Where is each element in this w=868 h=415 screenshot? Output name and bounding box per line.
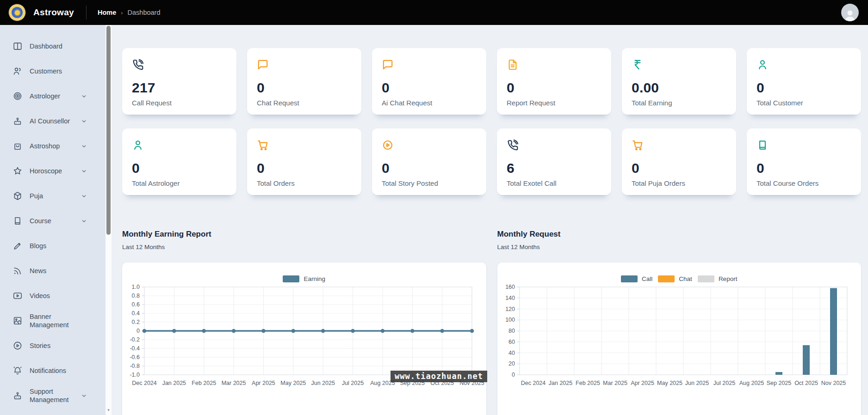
svg-text:Jul 2025: Jul 2025: [342, 380, 364, 386]
bell-icon: [12, 366, 23, 376]
legend-label: Call: [642, 275, 652, 282]
sidebar-item-astroshop[interactable]: Astroshop: [0, 134, 105, 159]
stat-value: 0: [632, 160, 736, 176]
svg-text:Jun 2025: Jun 2025: [685, 380, 708, 386]
legend-item-chat[interactable]: Chat: [658, 275, 692, 282]
stat-label: Total Customer: [756, 99, 861, 107]
rupee-icon: [632, 59, 644, 71]
breadcrumb-home-link[interactable]: Home: [98, 9, 116, 16]
stat-value: 0: [756, 160, 861, 176]
bar-chart-plot: 160140120100806040200Dec 2024Jan 2025Feb…: [497, 284, 861, 395]
sidebar-item-support-management[interactable]: Support Management: [0, 383, 105, 408]
svg-text:Jun 2025: Jun 2025: [311, 380, 335, 386]
sidebar-item-label: Notifications: [30, 366, 84, 375]
image-icon: [12, 316, 23, 326]
sidebar-item-puja[interactable]: Puja: [0, 183, 105, 208]
sidebar-item-astrologer[interactable]: Astrologer: [0, 84, 105, 109]
sidebar-item-blogs[interactable]: Blogs: [0, 233, 105, 258]
sidebar-item-customers[interactable]: Customers: [0, 59, 105, 84]
stat-label: Total Story Posted: [382, 179, 486, 187]
svg-text:Feb 2025: Feb 2025: [192, 380, 216, 386]
svg-text:Sep 2025: Sep 2025: [766, 380, 791, 386]
breadcrumb-separator-icon: ›: [121, 9, 123, 16]
stat-card-call-request: 217Call Request: [122, 48, 236, 115]
stat-label: Ai Chat Request: [382, 99, 486, 107]
chart-section-monthly-earning-report: Monthly Earning ReportLast 12 MonthsEarn…: [122, 230, 486, 415]
svg-text:0: 0: [512, 372, 515, 378]
customers-icon: [12, 66, 23, 76]
sidebar-item-stories[interactable]: Stories: [0, 333, 105, 358]
stat-value: 0: [382, 80, 486, 96]
sidebar-item-label: AI Counsellor: [30, 117, 84, 125]
stat-label: Total Exotel Call: [507, 179, 611, 187]
svg-text:0.4: 0.4: [132, 310, 140, 317]
legend-swatch-icon: [621, 275, 638, 282]
stat-card-total-customer: 0Total Customer: [747, 48, 861, 115]
user-avatar[interactable]: [841, 4, 859, 21]
sidebar-item-label: Dashboard: [30, 42, 84, 50]
video-icon: [12, 291, 23, 301]
chart-title: Monthly Request: [497, 230, 862, 239]
phone-call-icon: [132, 59, 144, 71]
chart-legend: CallChatReport: [497, 262, 862, 282]
svg-text:May 2025: May 2025: [280, 380, 306, 386]
sidebar-item-course[interactable]: Course: [0, 208, 105, 233]
sidebar-item-ai-counsellor[interactable]: AI Counsellor: [0, 109, 105, 134]
scrollbar-down-arrow-icon[interactable]: ▼: [105, 408, 112, 412]
file-text-icon: [507, 59, 519, 71]
chart-subtitle: Last 12 Months: [497, 244, 862, 250]
sidebar-item-dashboard[interactable]: Dashboard: [0, 34, 105, 59]
chevron-down-icon: [81, 93, 87, 99]
app-name: Astroway: [33, 7, 74, 18]
stat-card-total-puja-orders: 0Total Puja Orders: [622, 128, 736, 195]
sidebar-scrollbar-track[interactable]: ▼: [105, 25, 112, 415]
stat-value: 0: [257, 80, 361, 96]
svg-text:-0.4: -0.4: [130, 345, 140, 352]
svg-text:140: 140: [505, 295, 515, 301]
stat-card-chat-request: 0Chat Request: [247, 48, 361, 115]
stat-value: 0: [132, 160, 236, 176]
svg-text:Feb 2025: Feb 2025: [576, 380, 600, 386]
stat-card-ai-chat-request: 0Ai Chat Request: [372, 48, 486, 115]
sidebar-item-videos[interactable]: Videos: [0, 283, 105, 308]
legend-item-earning[interactable]: Earning: [283, 275, 325, 282]
sidebar-item-label: Astrologer: [30, 92, 84, 100]
sidebar-item-horoscope[interactable]: Horoscope: [0, 159, 105, 183]
svg-text:60: 60: [508, 339, 515, 345]
stat-value: 0: [382, 160, 486, 176]
rss-icon: [12, 266, 23, 276]
stat-label: Total Orders: [257, 179, 361, 187]
stat-label: Total Earning: [632, 99, 736, 107]
chevron-down-icon: [81, 193, 87, 199]
legend-item-report[interactable]: Report: [698, 275, 738, 282]
breadcrumb: Home › Dashboard: [98, 9, 161, 16]
sidebar-item-news[interactable]: News: [0, 258, 105, 283]
chevron-down-icon: [81, 218, 87, 224]
sidebar-item-banner-management[interactable]: Banner Management: [0, 308, 105, 333]
svg-text:120: 120: [505, 306, 515, 312]
svg-text:Nov 2025: Nov 2025: [821, 380, 846, 386]
chart-legend: Earning: [122, 262, 486, 282]
chevron-down-icon: [81, 143, 87, 149]
sidebar-item-notifications[interactable]: Notifications: [0, 358, 105, 383]
person-icon: [132, 139, 144, 151]
svg-text:Aug 2025: Aug 2025: [739, 380, 764, 386]
sidebar-scrollbar-thumb[interactable]: [106, 26, 111, 235]
svg-text:-0.8: -0.8: [130, 363, 140, 369]
sidebar-item-label: Horoscope: [30, 167, 84, 175]
svg-text:100: 100: [505, 317, 515, 323]
sidebar-item-label: Puja: [30, 192, 84, 200]
stat-label: Total Course Orders: [756, 179, 861, 187]
top-header: Astroway Home › Dashboard: [0, 0, 868, 25]
book-icon: [12, 216, 23, 226]
legend-item-call[interactable]: Call: [621, 275, 652, 282]
stat-value: 0: [507, 80, 611, 96]
stat-card-total-course-orders: 0Total Course Orders: [747, 128, 861, 195]
svg-text:Apr 2025: Apr 2025: [252, 380, 275, 386]
person-icon: [756, 59, 769, 71]
sidebar-item-label: Banner Management: [30, 312, 84, 329]
chevron-down-icon: [81, 168, 87, 174]
stat-card-total-earning: 0.00Total Earning: [622, 48, 736, 115]
book-icon: [756, 139, 769, 151]
stat-value: 217: [132, 80, 236, 96]
